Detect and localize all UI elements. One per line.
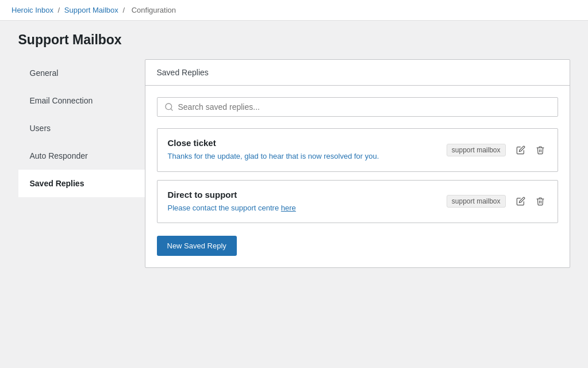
breadcrumb-configuration: Configuration [132,6,176,14]
page-title: Support Mailbox [18,32,570,48]
reply-card-close-ticket: Close ticket Thanks for the update, glad… [157,128,558,172]
sidebar-item-email-connection[interactable]: Email Connection [18,87,145,114]
section-header: Saved Replies [145,60,570,86]
reply-title-2: Direct to support [168,190,435,200]
action-icons [514,143,547,157]
search-icon [164,102,174,112]
sidebar-item-auto-responder[interactable]: Auto Responder [18,142,145,170]
reply-preview-2: Please contact the support centre here [168,202,435,214]
new-saved-reply-button[interactable]: New Saved Reply [157,236,237,256]
breadcrumb-support-mailbox[interactable]: Support Mailbox [64,6,118,14]
edit-icon [516,145,525,155]
search-container [157,97,558,117]
sidebar-item-saved-replies[interactable]: Saved Replies [18,170,145,197]
reply-link[interactable]: here [281,204,296,212]
breadcrumb-heroic-inbox[interactable]: Heroic Inbox [11,6,53,14]
breadcrumb: Heroic Inbox / Support Mailbox / Configu… [11,6,577,14]
reply-title: Close ticket [168,138,435,148]
reply-card-direct-to-support: Direct to support Please contact the sup… [157,180,558,224]
delete-reply-2-button[interactable] [533,194,547,208]
delete-reply-button[interactable] [533,143,547,157]
search-input[interactable] [178,102,551,112]
reply-tag: support mailbox [447,144,506,156]
reply-info: Close ticket Thanks for the update, glad… [168,138,435,162]
svg-line-1 [171,109,172,110]
edit-reply-button[interactable] [514,143,528,157]
edit-icon-2 [516,197,525,206]
sidebar-item-users[interactable]: Users [18,114,145,142]
reply-info-2: Direct to support Please contact the sup… [168,190,435,214]
sidebar: General Email Connection Users Auto Resp… [18,59,145,197]
reply-preview: Thanks for the update, glad to hear that… [168,151,435,162]
trash-icon-2 [536,197,545,206]
trash-icon [536,145,545,155]
action-icons-2 [514,194,547,208]
edit-reply-2-button[interactable] [514,194,528,208]
main-panel: Saved Replies Close ticket Thanks for th… [145,59,570,268]
sidebar-item-general[interactable]: General [18,59,145,87]
reply-tag-2: support mailbox [447,195,506,208]
reply-meta-2: support mailbox [447,194,547,208]
reply-meta: support mailbox [447,143,547,157]
